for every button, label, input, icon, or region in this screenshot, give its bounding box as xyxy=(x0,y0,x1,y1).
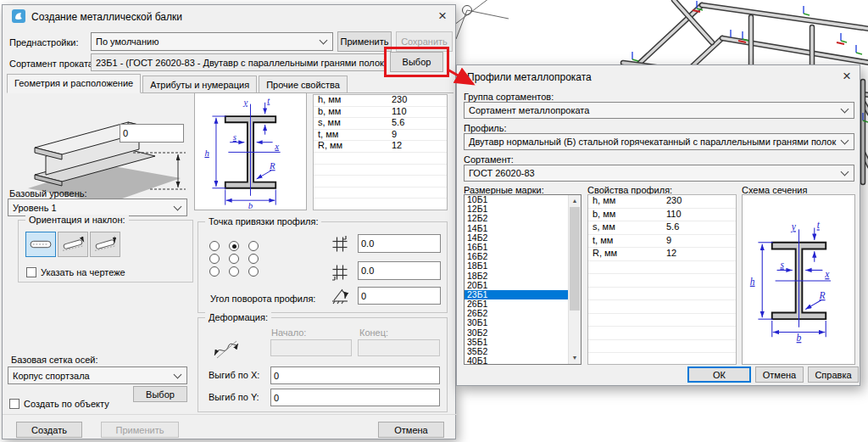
property-row xyxy=(588,314,736,327)
scroll-thumb[interactable] xyxy=(570,207,580,311)
property-row: h, мм230 xyxy=(588,195,736,209)
grid-select-button[interactable]: Выбор xyxy=(133,386,187,402)
anchor-radio-2[interactable] xyxy=(248,241,259,251)
property-row xyxy=(588,300,736,314)
orientation-group: Ориентация и наклон: Указать на чертеже xyxy=(18,220,193,283)
property-row xyxy=(314,199,447,210)
svg-text:R: R xyxy=(269,160,275,171)
property-row: h, мм230 xyxy=(314,95,447,107)
placement-offset-input[interactable] xyxy=(120,124,184,143)
anchor-radio-0[interactable] xyxy=(209,241,220,251)
list-scrollbar[interactable]: ▲ ▼ xyxy=(568,195,581,364)
size-mark-item[interactable]: 12Б2 xyxy=(465,214,568,223)
main-dialog-titlebar[interactable]: Создание металлической балки × xyxy=(3,5,455,27)
deformation-end-input xyxy=(358,339,440,356)
start-label: Начало: xyxy=(271,327,306,338)
anchor-radio-5[interactable] xyxy=(248,254,259,264)
base-grid-combo[interactable]: Корпус спортзала xyxy=(8,366,187,384)
ibeam-section-diagram: y t s h x R b xyxy=(195,93,306,210)
orientation-button-horizontal[interactable] xyxy=(25,232,56,257)
profile-label: Профиль: xyxy=(464,123,507,133)
property-row: s, мм5.6 xyxy=(314,118,447,130)
anchor-radio-8[interactable] xyxy=(248,266,259,277)
help-button[interactable]: Справка xyxy=(808,366,859,383)
ok-button[interactable]: ОК xyxy=(687,366,751,383)
rotation-angle-input[interactable] xyxy=(358,287,441,305)
create-by-object-label: Создать по объекту xyxy=(24,399,109,409)
create-metal-beam-dialog: Создание металлической балки × Преднастр… xyxy=(2,4,456,439)
sortament-combo[interactable]: ГОСТ 26020-83 xyxy=(464,165,854,182)
specify-on-drawing-label: Указать на чертеже xyxy=(41,267,125,277)
specify-on-drawing-checkbox[interactable] xyxy=(26,267,36,277)
annotation-rect xyxy=(384,47,449,77)
chevron-down-icon xyxy=(841,105,849,114)
tab-Геометрия и расположение[interactable]: Геометрия и расположение xyxy=(7,74,141,93)
close-icon[interactable]: × xyxy=(438,8,447,25)
size-mark-item[interactable]: 30Б1 xyxy=(465,318,568,327)
scroll-down-icon[interactable]: ▼ xyxy=(569,352,581,364)
tab-Атрибуты и нумерация[interactable]: Атрибуты и нумерация xyxy=(142,76,257,92)
rolled-profiles-dialog: Профили металлопроката × Группа сортамен… xyxy=(456,64,860,386)
anchor-group-label: Точка привязки профиля: xyxy=(205,216,321,227)
svg-text:s: s xyxy=(780,260,784,270)
property-row xyxy=(314,165,447,176)
close-icon-profiles[interactable]: × xyxy=(843,68,851,85)
anchor-offset-x-icon xyxy=(331,235,349,254)
assortment-group-value: Сортамент металлопроката xyxy=(469,105,589,115)
cancel-button[interactable]: Отмена xyxy=(378,422,444,438)
bend-x-input[interactable] xyxy=(270,366,440,384)
cancel-button-profiles[interactable]: Отмена xyxy=(755,366,804,383)
profile-combo[interactable]: Двутавр нормальный (Б) стальной горячека… xyxy=(464,133,854,150)
size-marks-listbox: 10Б112Б112Б214Б114Б216Б116Б218Б118Б220Б1… xyxy=(464,194,581,365)
presets-combo[interactable]: По умолчанию xyxy=(91,32,333,51)
anchor-radio-4[interactable] xyxy=(229,254,239,264)
anchor-offset-x-input[interactable] xyxy=(358,234,441,253)
create-by-object-checkbox[interactable] xyxy=(9,399,19,409)
property-row xyxy=(314,187,447,199)
bend-y-input[interactable] xyxy=(270,389,440,406)
size-mark-item[interactable]: 18Б2 xyxy=(465,271,568,281)
property-row: b, мм110 xyxy=(588,209,736,222)
svg-text:b: b xyxy=(248,200,253,210)
tab-bar: Геометрия и расположениеАтрибуты и нумер… xyxy=(7,74,453,93)
base-grid-label: Базовая сетка осей: xyxy=(11,355,98,365)
chevron-down-icon xyxy=(174,202,182,210)
bend-x-label: Выгиб по X: xyxy=(209,370,259,380)
anchor-radio-1[interactable] xyxy=(229,241,239,251)
tab-Прочие свойства[interactable]: Прочие свойства xyxy=(259,76,348,92)
section-scheme-diagram: y t s h x R b xyxy=(746,207,852,353)
orientation-button-incline-2[interactable] xyxy=(90,232,120,257)
property-row xyxy=(588,327,736,340)
rotation-label: Угол поворота профиля: xyxy=(210,294,315,304)
size-mark-item[interactable]: 40Б1 xyxy=(465,356,568,364)
scroll-up-icon[interactable]: ▲ xyxy=(569,195,581,207)
property-row xyxy=(588,353,736,365)
orientation-button-incline-1[interactable] xyxy=(58,232,88,257)
presets-value: По умолчанию xyxy=(96,36,159,47)
svg-text:s: s xyxy=(233,131,236,142)
svg-text:x: x xyxy=(824,269,830,279)
anchor-radio-6[interactable] xyxy=(209,266,220,277)
size-marks-list: 10Б112Б112Б214Б114Б216Б116Б218Б118Б220Б1… xyxy=(465,195,568,364)
base-level-label: Базовый уровень: xyxy=(9,188,87,199)
create-button[interactable]: Создать xyxy=(16,422,82,438)
property-row xyxy=(588,261,736,275)
group-label: Группа сортаментов: xyxy=(464,92,554,102)
sortament-label: Сортамент: xyxy=(464,154,514,165)
base-level-combo[interactable]: Уровень 1 xyxy=(8,199,187,216)
svg-text:R: R xyxy=(819,290,826,300)
assortment-group-combo[interactable]: Сортамент металлопроката xyxy=(464,102,854,119)
anchor-radio-3[interactable] xyxy=(209,254,220,264)
anchor-radio-7[interactable] xyxy=(229,266,239,277)
deformation-start-input xyxy=(270,339,352,356)
size-mark-item[interactable]: 18Б1 xyxy=(465,261,568,271)
property-row: t, мм9 xyxy=(588,235,736,249)
svg-text:b: b xyxy=(797,333,802,343)
anchor-offset-y-input[interactable] xyxy=(358,261,441,280)
assortment-field: 23Б1 - (ГОСТ 26020-83 - Двутавр с паралл… xyxy=(91,53,387,71)
sortament-value: ГОСТ 26020-83 xyxy=(469,168,535,178)
profiles-dialog-titlebar[interactable]: Профили металлопроката × xyxy=(457,65,860,87)
profile-value: Двутавр нормальный (Б) стальной горячека… xyxy=(469,137,836,147)
app-icon xyxy=(12,9,25,23)
orientation-label: Ориентация и наклон: xyxy=(25,215,129,225)
